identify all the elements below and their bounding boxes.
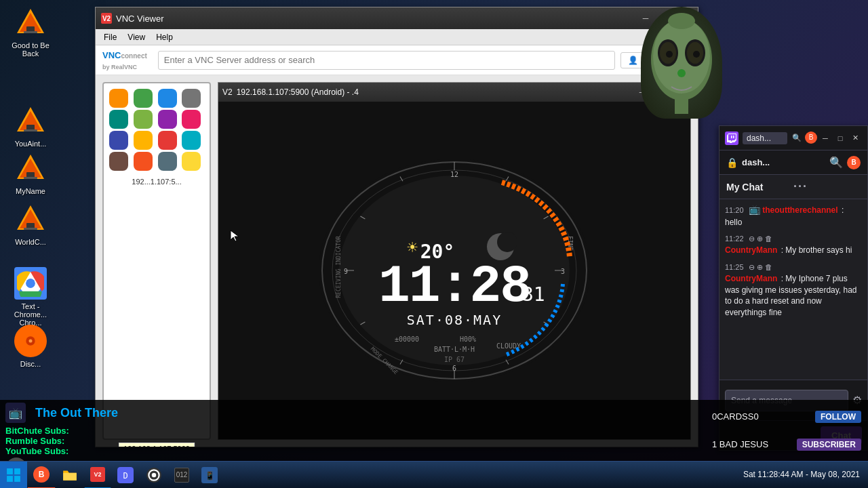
user-icon: 👤 (628, 56, 638, 65)
desktop-icon-disc[interactable]: Disc... (3, 322, 58, 371)
stream-info-bar: 📺 The Out There BitChute Subs: Rumble Su… (0, 400, 705, 461)
lock-icon: 🔒 (726, 157, 738, 168)
taskbar-extra-badge: 012 (174, 468, 189, 483)
twitch-logo-icon (725, 131, 738, 145)
twitch-messages-container[interactable]: 11:20 📺 theouttherechannel : hello 11:22… (719, 199, 867, 380)
svg-text:☀: ☀ (407, 237, 418, 258)
svg-text:3: 3 (561, 268, 565, 275)
taskbar-discord-icon[interactable]: D (111, 462, 140, 489)
svg-rect-76 (14, 476, 20, 482)
taskbar-vnc-icon[interactable]: V2 (84, 462, 111, 489)
vnc-window: V2 VNC Viewer ─ □ ✕ File View Help VNCco… (95, 7, 698, 447)
vnc-saved-connection[interactable]: 192...1.107:5... 192.168.1.107:5900 (102, 82, 211, 440)
svg-point-64 (693, 51, 700, 58)
twitch-close-button[interactable]: ✕ (848, 131, 862, 145)
svg-text:BATT·L·M·H: BATT·L·M·H (434, 346, 475, 353)
vnc-menu-file[interactable]: File (98, 31, 122, 43)
taskbar-start-button[interactable] (0, 462, 27, 489)
twitch-url: dash... (743, 132, 787, 144)
vnc-menu-view[interactable]: View (122, 31, 151, 43)
android-titlebar: V2 192.168.1.107:5900 (Android) - .4 ─ □… (218, 83, 690, 102)
taskbar-phone-icon[interactable]: 📱 (195, 462, 224, 489)
android-screen: 12 3 6 9 ☀ 20° 11:28 3 (218, 102, 690, 439)
stream-logo: 📺 (5, 403, 26, 423)
twitch-minimize-button[interactable]: ─ (818, 131, 832, 145)
desktop-icon-vlc1[interactable]: Good to Be Back (3, 3, 58, 60)
svg-point-45 (497, 232, 517, 252)
svg-rect-73 (7, 468, 13, 474)
svg-rect-3 (24, 31, 37, 33)
vnc-server-input[interactable] (158, 51, 616, 70)
chat-colon-2: : (781, 245, 783, 255)
desktop: Good to Be Back YouAint... MyName WorldC… (0, 0, 868, 488)
taskbar-brave-icon[interactable]: B (27, 462, 56, 489)
chat-user-3: CountryMann (725, 274, 777, 283)
app-icon-11 (158, 131, 177, 150)
disc-icon (14, 325, 47, 357)
vnc-app-grid (109, 89, 204, 171)
channel-badge-1: 📺 (749, 204, 760, 215)
twitch-more-button[interactable]: ··· (793, 180, 861, 194)
svg-rect-74 (14, 468, 20, 474)
vnc-menubar: File View Help (96, 29, 698, 45)
svg-text:6: 6 (452, 365, 456, 372)
taskbar-folder-icon[interactable] (56, 462, 84, 489)
svg-point-18 (26, 279, 35, 287)
chat-colon-3: : (781, 274, 783, 283)
twitch-chat-title-bar: My Chat ··· (719, 175, 867, 199)
windows-logo-icon (6, 467, 21, 483)
android-vnc-window: V2 192.168.1.107:5900 (Android) - .4 ─ □… (218, 82, 691, 440)
taskbar-extra-icon[interactable]: 012 (168, 462, 195, 489)
twitch-search-icon[interactable]: 🔍 (790, 131, 804, 145)
twitch-search-button[interactable]: 🔍 (829, 156, 843, 169)
alien-image (641, 7, 722, 119)
chat-user-1: theouttherechannel (762, 205, 837, 215)
vnc-logo: V2 (101, 13, 112, 24)
followers-bar: 0CARDSS0 FOLLOW 1 BAD JESUS SUBSCRIBER (705, 400, 868, 461)
vlc-icon-2 (14, 104, 47, 137)
desktop-icon-worldc[interactable]: WorldC... (3, 200, 58, 249)
brave-shield-icon: B (847, 156, 861, 169)
app-icon-5 (109, 110, 128, 129)
taskbar-clock: Sat 11:28:44 AM - May 08, 2021 (735, 469, 868, 481)
svg-rect-11 (24, 177, 37, 179)
worldc-label: WorldC... (15, 238, 46, 246)
vnc-menu-help[interactable]: Help (151, 31, 178, 43)
myname-label: MyName (16, 187, 45, 195)
obs-icon (146, 467, 162, 483)
svg-rect-66 (675, 97, 688, 114)
svg-text:12: 12 (450, 171, 458, 178)
vnc-saved-label: 192...1.107:5... (109, 178, 204, 186)
svg-rect-69 (731, 136, 732, 138)
app-icon-6 (134, 110, 153, 129)
svg-point-81 (152, 472, 157, 477)
stream-subs: BitChute Subs: Rumble Subs: YouTube Subs… (0, 426, 705, 456)
follower-action-1: FOLLOW (815, 411, 861, 423)
taskbar-obs-icon[interactable] (140, 462, 168, 489)
twitch-titlebar: dash... 🔍 B ─ □ ✕ (719, 126, 867, 150)
svg-text:±00000: ±00000 (395, 336, 419, 343)
svg-rect-68 (733, 136, 734, 138)
app-icon-12 (182, 131, 201, 150)
mouse-cursor (229, 229, 243, 243)
vnc-titlebar: V2 VNC Viewer ─ □ ✕ (96, 7, 698, 29)
twitch-chat-title-text: My Chat (726, 182, 793, 192)
svg-point-67 (668, 13, 695, 29)
vnc-tooltip: 192.168.1.107:5900 (119, 443, 195, 447)
twitch-maximize-button[interactable]: □ (833, 131, 847, 145)
desktop-icon-myname[interactable]: MyName (3, 149, 58, 198)
svg-text:H00%: H00% (460, 336, 476, 343)
desktop-icon-text-chrome[interactable]: Text - Chrome... Chro... (3, 264, 58, 329)
chat-text-1: hello (725, 218, 742, 227)
vlc-icon-3 (14, 152, 47, 184)
android-window-title: 192.168.1.107:5900 (Android) - .4 (237, 87, 359, 97)
svg-rect-75 (7, 476, 13, 482)
twitch-chat-header: 🔒 dash... 🔍 B (719, 150, 867, 175)
brave-taskbar-icon: B (33, 466, 50, 483)
stream-ticker-row: nce to keeping this chan (0, 456, 705, 461)
twitch-window-controls: 🔍 B ─ □ ✕ (790, 131, 862, 145)
desktop-icon-vlc2[interactable]: YouAint... (3, 102, 58, 150)
svg-text:RECEIVING INDICATOR: RECEIVING INDICATOR (336, 236, 342, 298)
disc-label: Disc... (20, 360, 41, 368)
follower-item-2: 1 BAD JESUS SUBSCRIBER (712, 439, 861, 451)
